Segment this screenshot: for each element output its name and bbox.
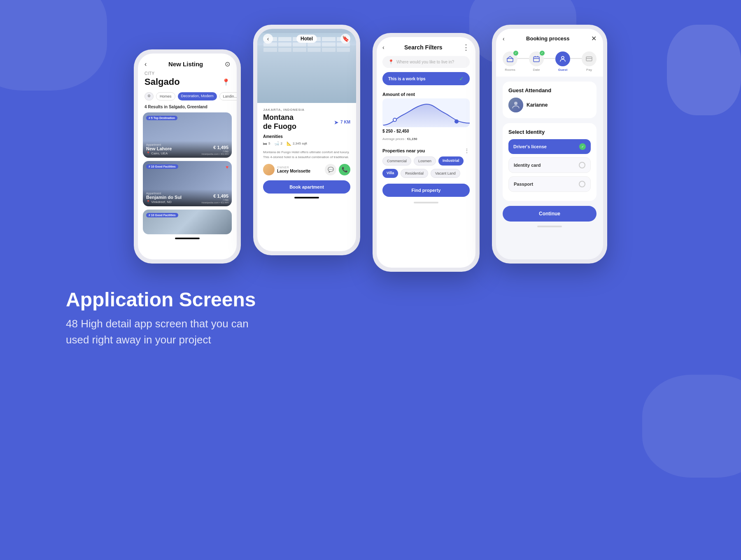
- p4-step-pay[interactable]: Pay: [582, 51, 597, 72]
- p4-pay-label: Pay: [586, 68, 592, 72]
- p3-more-button[interactable]: ⋮: [462, 43, 470, 52]
- p4-title: Booking process: [526, 35, 569, 42]
- p3-search-box[interactable]: 📍 Where would you like to live in?: [382, 56, 470, 68]
- svg-point-4: [562, 56, 564, 59]
- p2-name-line1: Montana: [263, 113, 296, 122]
- step-divider-2: [544, 58, 555, 59]
- p1-results-location: in Salgado, Greenland: [164, 105, 207, 109]
- p2-amenities-row: 🛏 5 🛁 2 📐 2,345 sqft: [263, 141, 350, 146]
- p3-price-range: $ 250 - $2,450: [382, 129, 409, 133]
- tag-industrial[interactable]: Industrial: [438, 156, 464, 166]
- p2-bookmark-button[interactable]: 🔖: [340, 34, 350, 44]
- p4-drivers-license-label: Driver's license: [513, 144, 547, 149]
- p2-back-button[interactable]: ‹: [263, 34, 273, 44]
- phone-new-listing: ‹ New Listing ⊙ CITY Salgado 📍 ⚙ Homes: [134, 25, 241, 264]
- p2-book-button[interactable]: Book apartment: [263, 180, 350, 194]
- p4-back-button[interactable]: ‹: [503, 35, 505, 42]
- p1-price-sub-1: / mo: [202, 150, 228, 153]
- svg-point-1: [455, 120, 458, 123]
- size-icon: 📐: [287, 141, 291, 146]
- p2-owner-name: Lacey Morissette: [277, 169, 310, 173]
- tag-vacant[interactable]: Vacant Land: [431, 169, 460, 178]
- step-divider-3: [570, 58, 582, 59]
- heart-icon[interactable]: ♥: [226, 164, 228, 170]
- p1-bottom-bar: [175, 238, 200, 239]
- p3-chart-area: [382, 98, 470, 127]
- p2-baths-count: 2: [280, 142, 282, 145]
- p4-bottom-bar: [537, 226, 562, 227]
- p2-owner-avatar: [263, 164, 275, 175]
- p1-card-2[interactable]: # 10 Good Facilities ♥ Appartment Benjam…: [143, 161, 232, 206]
- p2-km-badge: ➤ 7 KM: [334, 119, 350, 126]
- p4-step-date[interactable]: ✓ Date: [529, 51, 544, 72]
- p2-hero-header: ‹ Hotel 🔖: [257, 29, 356, 49]
- p1-price-val-1: € 1,495: [202, 145, 228, 150]
- p4-continue-button[interactable]: Continue: [503, 206, 597, 222]
- tag-residential[interactable]: Residential: [401, 169, 428, 178]
- p3-section-more-button[interactable]: ⋮: [464, 147, 470, 154]
- p3-title: Search Filters: [404, 44, 443, 51]
- p2-owner-details: OWNER Lacey Morissette: [277, 166, 310, 173]
- subtitle-line1: 48 High detail app screen that you can: [66, 317, 249, 330]
- p3-tags-row-1: Commercial Losmen Industrial: [377, 156, 475, 169]
- p2-message-button[interactable]: 💬: [325, 164, 336, 175]
- filter-homes[interactable]: Homes: [156, 92, 175, 100]
- p4-option-identity-card[interactable]: Identity card: [508, 157, 591, 173]
- p1-card-2-type: Appartment: [146, 192, 182, 195]
- p2-beds-count: 5: [268, 142, 270, 145]
- phones-row: ‹ New Listing ⊙ CITY Salgado 📍 ⚙ Homes: [33, 16, 708, 272]
- p3-find-button[interactable]: Find property: [382, 184, 470, 197]
- location-icon: 📍: [222, 78, 230, 86]
- p4-close-button[interactable]: ✕: [591, 35, 597, 42]
- tag-commercial[interactable]: Commercial: [382, 156, 411, 166]
- p4-identity-card: Select Identity Driver's license Identit…: [503, 123, 597, 201]
- p2-call-button[interactable]: 📞: [339, 164, 350, 175]
- p1-price-ref-1: Hotelpedia.com • €3,444: [202, 153, 228, 155]
- tag-villa[interactable]: Villa: [382, 169, 398, 178]
- p1-card-1-price: € 1,495 / mo Hotelpedia.com • €3,444: [202, 145, 228, 155]
- p2-amenities-title: Amenities: [263, 134, 350, 139]
- filter-decoration[interactable]: Decoration, Modern: [178, 92, 217, 100]
- p4-identity-title: Select Identity: [508, 129, 591, 135]
- p2-owner-label: OWNER: [277, 166, 310, 169]
- svg-rect-3: [534, 57, 539, 62]
- p1-results-text: 4 Results in Salgado, Greenland: [138, 104, 237, 112]
- p1-back-button[interactable]: ‹: [144, 61, 147, 68]
- p2-amenity-baths: 🛁 2: [274, 141, 282, 146]
- filter-icon[interactable]: ⚙: [144, 92, 154, 100]
- p1-city-name: Salgado: [144, 77, 180, 87]
- phone4-screen: ‹ Booking process ✕ ✓ Rooms: [496, 29, 603, 259]
- p3-active-filter[interactable]: This is a work trips ✓: [382, 72, 470, 85]
- p1-search-button[interactable]: ⊙: [225, 60, 230, 68]
- p4-steps: ✓ Rooms ✓ Date: [496, 47, 603, 77]
- filter-landing[interactable]: Landin...: [219, 92, 237, 100]
- p4-guest-card: Guest Attendand Karianne: [503, 82, 597, 118]
- p2-name-row: Montana de Fuogo ➤ 7 KM: [263, 113, 350, 131]
- p4-option-passport[interactable]: Passport: [508, 176, 591, 192]
- bottom-section: Application Screens 48 High detail app s…: [33, 272, 708, 356]
- p1-card-1-name: New Lahore: [146, 146, 172, 151]
- p1-badge-3: # 10 Good Facilities: [146, 213, 178, 217]
- p4-step-guest[interactable]: Guest: [555, 51, 570, 72]
- tag-losmen[interactable]: Losmen: [414, 156, 436, 166]
- navigate-icon: ➤: [334, 119, 339, 126]
- p4-option-drivers-license[interactable]: Driver's license: [508, 139, 591, 154]
- p1-badge-1: # 5 Top Destination: [146, 116, 177, 120]
- p1-title: New Listing: [168, 61, 203, 68]
- p2-location: JAKARTA, INDONESIA: [263, 108, 350, 112]
- p4-step-rooms[interactable]: ✓ Rooms: [503, 51, 517, 72]
- p1-card-3[interactable]: # 10 Good Facilities: [143, 210, 232, 234]
- p3-section-header: Properties near you ⋮: [377, 145, 475, 156]
- p1-filters: ⚙ Homes Decoration, Modern Landin...: [138, 91, 237, 104]
- p2-name-line2: de Fuogo: [263, 122, 296, 131]
- p2-amenity-size: 📐 2,345 sqft: [287, 141, 307, 146]
- p1-card-2-bottom: Appartment Benjamin do Sul 📍 Vinkdreef, …: [143, 189, 232, 206]
- p1-card-2-name: Benjamin do Sul: [146, 195, 182, 200]
- p1-city-row: Salgado 📍: [138, 76, 237, 91]
- p3-back-button[interactable]: ‹: [382, 44, 384, 51]
- p4-guest-section-title: Guest Attendand: [508, 87, 591, 93]
- p2-bottom-bar: [294, 197, 319, 198]
- p1-badge-2: # 10 Good Facilities: [146, 164, 178, 169]
- p4-guest-name: Karianne: [527, 102, 548, 108]
- p1-card-1[interactable]: # 5 Top Destination Appartment New Lahor…: [143, 112, 232, 158]
